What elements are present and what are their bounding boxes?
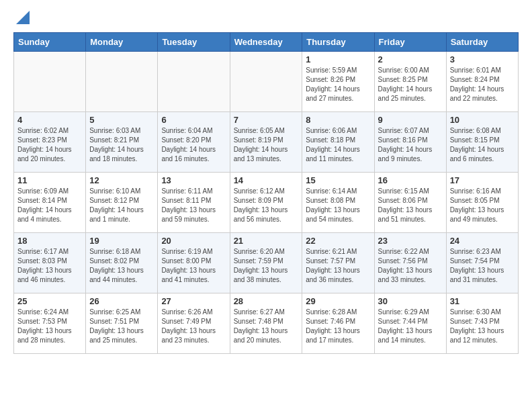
calendar-day-29: 29Sunrise: 6:28 AM Sunset: 7:46 PM Dayli… (302, 293, 374, 354)
day-info: Sunrise: 6:09 AM Sunset: 8:14 PM Dayligh… (17, 187, 82, 224)
calendar-day-20: 20Sunrise: 6:19 AM Sunset: 8:00 PM Dayli… (158, 233, 230, 293)
calendar-day-empty (86, 52, 158, 112)
weekday-header-sunday: Sunday (14, 33, 86, 52)
calendar-day-19: 19Sunrise: 6:18 AM Sunset: 8:02 PM Dayli… (86, 233, 158, 293)
calendar-week-row: 11Sunrise: 6:09 AM Sunset: 8:14 PM Dayli… (14, 173, 519, 233)
calendar-day-6: 6Sunrise: 6:04 AM Sunset: 8:20 PM Daylig… (158, 112, 230, 173)
day-number: 25 (17, 296, 82, 306)
weekday-header-saturday: Saturday (446, 33, 518, 52)
day-number: 29 (306, 296, 370, 306)
day-info: Sunrise: 6:28 AM Sunset: 7:46 PM Dayligh… (306, 308, 370, 345)
day-info: Sunrise: 6:02 AM Sunset: 8:23 PM Dayligh… (17, 126, 82, 164)
day-info: Sunrise: 6:04 AM Sunset: 8:20 PM Dayligh… (161, 126, 226, 164)
calendar-day-14: 14Sunrise: 6:12 AM Sunset: 8:09 PM Dayli… (230, 173, 302, 233)
weekday-header-friday: Friday (374, 33, 446, 52)
day-number: 4 (17, 115, 82, 125)
page-header (13, 11, 519, 27)
day-number: 27 (161, 296, 226, 306)
calendar-week-row: 1Sunrise: 5:59 AM Sunset: 8:26 PM Daylig… (14, 52, 519, 112)
day-number: 17 (450, 175, 515, 185)
calendar-day-25: 25Sunrise: 6:24 AM Sunset: 7:53 PM Dayli… (14, 293, 86, 354)
day-info: Sunrise: 6:19 AM Sunset: 8:00 PM Dayligh… (161, 247, 226, 285)
day-info: Sunrise: 6:15 AM Sunset: 8:06 PM Dayligh… (378, 187, 443, 224)
day-info: Sunrise: 6:11 AM Sunset: 8:11 PM Dayligh… (161, 187, 226, 224)
calendar-day-26: 26Sunrise: 6:25 AM Sunset: 7:51 PM Dayli… (86, 293, 158, 354)
logo (13, 11, 30, 27)
day-number: 8 (306, 115, 370, 125)
day-number: 3 (450, 54, 515, 64)
calendar-week-row: 4Sunrise: 6:02 AM Sunset: 8:23 PM Daylig… (14, 112, 519, 173)
day-info: Sunrise: 6:17 AM Sunset: 8:03 PM Dayligh… (17, 247, 82, 285)
day-number: 12 (89, 175, 154, 185)
day-number: 16 (378, 175, 443, 185)
day-number: 26 (89, 296, 154, 306)
calendar-day-21: 21Sunrise: 6:20 AM Sunset: 7:59 PM Dayli… (230, 233, 302, 293)
calendar-day-16: 16Sunrise: 6:15 AM Sunset: 8:06 PM Dayli… (374, 173, 446, 233)
day-info: Sunrise: 6:30 AM Sunset: 7:43 PM Dayligh… (450, 308, 515, 345)
calendar-day-12: 12Sunrise: 6:10 AM Sunset: 8:12 PM Dayli… (86, 173, 158, 233)
day-info: Sunrise: 6:26 AM Sunset: 7:49 PM Dayligh… (161, 308, 226, 345)
calendar-day-7: 7Sunrise: 6:05 AM Sunset: 8:19 PM Daylig… (230, 112, 302, 173)
day-number: 13 (161, 175, 226, 185)
day-info: Sunrise: 6:06 AM Sunset: 8:18 PM Dayligh… (306, 126, 370, 164)
calendar-day-13: 13Sunrise: 6:11 AM Sunset: 8:11 PM Dayli… (158, 173, 230, 233)
day-number: 19 (89, 236, 154, 246)
day-info: Sunrise: 6:18 AM Sunset: 8:02 PM Dayligh… (89, 247, 154, 285)
calendar-day-24: 24Sunrise: 6:23 AM Sunset: 7:54 PM Dayli… (446, 233, 518, 293)
day-number: 2 (378, 54, 443, 64)
calendar-day-27: 27Sunrise: 6:26 AM Sunset: 7:49 PM Dayli… (158, 293, 230, 354)
calendar-day-empty (158, 52, 230, 112)
day-number: 9 (378, 115, 443, 125)
day-info: Sunrise: 6:27 AM Sunset: 7:48 PM Dayligh… (234, 308, 299, 345)
day-number: 28 (234, 296, 299, 306)
day-info: Sunrise: 6:25 AM Sunset: 7:51 PM Dayligh… (89, 308, 154, 345)
day-info: Sunrise: 6:16 AM Sunset: 8:05 PM Dayligh… (450, 187, 515, 224)
calendar-day-28: 28Sunrise: 6:27 AM Sunset: 7:48 PM Dayli… (230, 293, 302, 354)
day-info: Sunrise: 6:05 AM Sunset: 8:19 PM Dayligh… (234, 126, 299, 164)
day-number: 24 (450, 236, 515, 246)
calendar-day-22: 22Sunrise: 6:21 AM Sunset: 7:57 PM Dayli… (302, 233, 374, 293)
calendar-day-3: 3Sunrise: 6:01 AM Sunset: 8:24 PM Daylig… (446, 52, 518, 112)
day-number: 30 (378, 296, 443, 306)
day-info: Sunrise: 6:21 AM Sunset: 7:57 PM Dayligh… (306, 247, 370, 285)
day-number: 15 (306, 175, 370, 185)
day-info: Sunrise: 6:08 AM Sunset: 8:15 PM Dayligh… (450, 126, 515, 164)
day-number: 31 (450, 296, 515, 306)
weekday-header-tuesday: Tuesday (158, 33, 230, 52)
day-info: Sunrise: 6:03 AM Sunset: 8:21 PM Dayligh… (89, 126, 154, 164)
calendar-day-8: 8Sunrise: 6:06 AM Sunset: 8:18 PM Daylig… (302, 112, 374, 173)
calendar-day-1: 1Sunrise: 5:59 AM Sunset: 8:26 PM Daylig… (302, 52, 374, 112)
calendar-day-empty (230, 52, 302, 112)
calendar-day-17: 17Sunrise: 6:16 AM Sunset: 8:05 PM Dayli… (446, 173, 518, 233)
day-number: 22 (306, 236, 370, 246)
weekday-header-row: SundayMondayTuesdayWednesdayThursdayFrid… (14, 33, 519, 52)
day-number: 7 (234, 115, 299, 125)
day-info: Sunrise: 6:00 AM Sunset: 8:25 PM Dayligh… (378, 66, 443, 103)
day-info: Sunrise: 6:23 AM Sunset: 7:54 PM Dayligh… (450, 247, 515, 285)
day-info: Sunrise: 5:59 AM Sunset: 8:26 PM Dayligh… (306, 66, 370, 103)
calendar-day-2: 2Sunrise: 6:00 AM Sunset: 8:25 PM Daylig… (374, 52, 446, 112)
day-info: Sunrise: 6:29 AM Sunset: 7:44 PM Dayligh… (378, 308, 443, 345)
day-number: 6 (161, 115, 226, 125)
day-info: Sunrise: 6:22 AM Sunset: 7:56 PM Dayligh… (378, 247, 443, 285)
day-number: 18 (17, 236, 82, 246)
day-number: 14 (234, 175, 299, 185)
calendar-day-9: 9Sunrise: 6:07 AM Sunset: 8:16 PM Daylig… (374, 112, 446, 173)
day-info: Sunrise: 6:12 AM Sunset: 8:09 PM Dayligh… (234, 187, 299, 224)
weekday-header-wednesday: Wednesday (230, 33, 302, 52)
svg-marker-0 (16, 11, 30, 24)
day-number: 5 (89, 115, 154, 125)
calendar-day-15: 15Sunrise: 6:14 AM Sunset: 8:08 PM Dayli… (302, 173, 374, 233)
day-info: Sunrise: 6:01 AM Sunset: 8:24 PM Dayligh… (450, 66, 515, 103)
calendar-day-empty (14, 52, 86, 112)
calendar-day-4: 4Sunrise: 6:02 AM Sunset: 8:23 PM Daylig… (14, 112, 86, 173)
weekday-header-thursday: Thursday (302, 33, 374, 52)
calendar-day-5: 5Sunrise: 6:03 AM Sunset: 8:21 PM Daylig… (86, 112, 158, 173)
day-number: 10 (450, 115, 515, 125)
day-number: 23 (378, 236, 443, 246)
day-info: Sunrise: 6:10 AM Sunset: 8:12 PM Dayligh… (89, 187, 154, 224)
calendar-day-23: 23Sunrise: 6:22 AM Sunset: 7:56 PM Dayli… (374, 233, 446, 293)
day-info: Sunrise: 6:24 AM Sunset: 7:53 PM Dayligh… (17, 308, 82, 345)
day-number: 11 (17, 175, 82, 185)
calendar-day-11: 11Sunrise: 6:09 AM Sunset: 8:14 PM Dayli… (14, 173, 86, 233)
